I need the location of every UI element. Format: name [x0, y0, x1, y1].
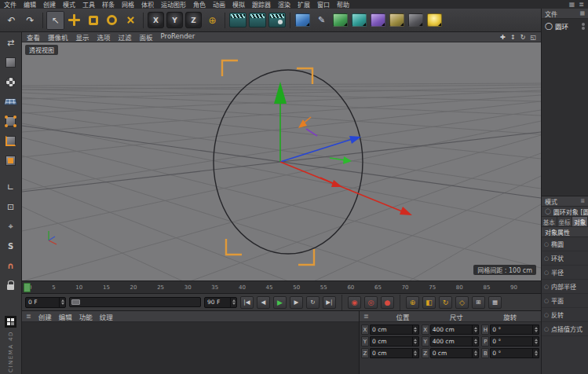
edges-mode-button[interactable]	[2, 132, 20, 149]
render-settings-button[interactable]	[268, 13, 286, 28]
points-mode-button[interactable]	[2, 112, 20, 130]
move-tool-button[interactable]	[65, 11, 83, 30]
toggle-icon[interactable]: ○	[544, 270, 549, 276]
frame-range-slider[interactable]	[69, 297, 201, 307]
viewport-canvas[interactable]: 透视视图 网格间距 : 100 cm	[22, 42, 541, 280]
render-view-button[interactable]	[229, 13, 247, 28]
tab-basic[interactable]: 基本	[542, 217, 557, 226]
magnet-button[interactable]: ∩	[2, 257, 20, 274]
object-manager-list[interactable]: ◯ 圆环	[542, 19, 588, 196]
coordinate-input[interactable]: 0 °	[490, 336, 539, 346]
toggle-icon[interactable]: ○	[544, 241, 549, 248]
axis-label[interactable]: Y	[361, 336, 369, 346]
go-to-start-button[interactable]: |◀	[240, 296, 254, 309]
toggle-view-icon[interactable]: ◱	[530, 34, 536, 41]
panel-menu-icon[interactable]: ≣	[363, 313, 369, 320]
spinner-icon[interactable]	[472, 349, 478, 358]
tab-coordinates[interactable]: 坐标	[557, 217, 573, 226]
light-button[interactable]	[427, 13, 442, 27]
tab-object[interactable]: 对象	[572, 217, 588, 226]
object-name[interactable]: 圆环	[555, 21, 568, 31]
menu-item[interactable]: 运动图形	[161, 0, 186, 9]
menu-item[interactable]: 窗口	[317, 0, 330, 9]
axis-label[interactable]: Z	[361, 348, 369, 358]
viewport-menu-item[interactable]: 过滤	[119, 32, 132, 42]
keyframe-selection-button[interactable]: ●	[381, 296, 394, 309]
spinner-icon[interactable]	[532, 337, 539, 346]
attribute-row[interactable]: ○ 平面	[542, 294, 588, 308]
attribute-row[interactable]: ○ 环状	[542, 251, 588, 266]
toggle-icon[interactable]: ○	[544, 312, 549, 318]
record-scale-button[interactable]: ◧	[422, 296, 436, 309]
attribute-options-icon[interactable]: ≣	[580, 198, 585, 204]
attribute-mode-menu[interactable]: 模式	[545, 197, 557, 206]
menu-item[interactable]: 模拟	[232, 0, 245, 9]
spinner-icon[interactable]	[532, 325, 539, 334]
menu-item[interactable]: 渲染	[278, 0, 290, 9]
play-button[interactable]: ▶	[273, 296, 287, 309]
viewport-menu-item[interactable]: ProRender	[161, 32, 195, 42]
spinner-icon[interactable]	[59, 298, 65, 307]
menu-item[interactable]: 工具	[82, 0, 95, 9]
menu-item[interactable]: 体积	[141, 0, 154, 9]
menu-item[interactable]: 样条	[102, 0, 115, 9]
generators-button[interactable]	[333, 13, 348, 27]
object-manager-file-menu[interactable]: 文件	[545, 9, 557, 18]
spinner-icon[interactable]	[412, 325, 418, 334]
attribute-row[interactable]: ○ 点插值方式	[542, 322, 588, 336]
current-frame-field[interactable]: 0 F	[25, 297, 66, 308]
record-keyframe-button[interactable]: ◉	[348, 296, 361, 309]
spinner-icon[interactable]	[472, 325, 478, 334]
menu-item[interactable]: 文件	[4, 0, 16, 9]
toggle-icon[interactable]: ○	[544, 255, 549, 262]
rotate-view-icon[interactable]: ↻	[520, 34, 526, 41]
live-selection-button[interactable]: ↖	[46, 11, 64, 30]
attribute-row[interactable]: ○ 内部半径	[542, 280, 588, 294]
menu-item[interactable]: 跟踪器	[252, 0, 271, 9]
coordinate-input[interactable]: 400 cm	[430, 324, 480, 335]
previous-frame-button[interactable]: ◀	[257, 296, 270, 309]
go-to-end-button[interactable]: ▶|	[323, 296, 336, 309]
axis-label[interactable]: B	[481, 348, 489, 358]
axis-label[interactable]: X	[422, 324, 429, 335]
view-label[interactable]: 透视视图	[25, 45, 58, 55]
model-mode-button[interactable]	[2, 53, 20, 71]
pan-view-icon[interactable]: ✚	[500, 34, 506, 41]
deformers-button[interactable]	[371, 13, 385, 27]
zoom-view-icon[interactable]: ↕	[510, 34, 516, 41]
environment-button[interactable]	[389, 13, 404, 27]
axis-label[interactable]: Y	[422, 336, 429, 346]
spinner-icon[interactable]	[230, 298, 236, 307]
playhead[interactable]	[24, 283, 31, 292]
coordinate-input[interactable]: 0 °	[490, 348, 539, 358]
last-tool-button[interactable]	[122, 11, 140, 30]
spinner-icon[interactable]	[532, 349, 539, 358]
menu-item[interactable]: 动画	[213, 0, 225, 9]
scale-tool-button[interactable]	[84, 11, 102, 30]
lock-workplane-button[interactable]	[2, 277, 20, 294]
toggle-icon[interactable]: ○	[544, 326, 549, 332]
viewport-solo-button[interactable]: ⊡	[2, 198, 20, 215]
texture-mode-button[interactable]	[2, 73, 20, 90]
plane-handle-green[interactable]	[330, 158, 345, 160]
material-menu-item[interactable]: 功能	[79, 312, 93, 321]
spinner-icon[interactable]	[412, 349, 418, 358]
material-menu-item[interactable]: 创建	[38, 312, 52, 321]
rotate-tool-button[interactable]	[103, 11, 121, 30]
layout-toggle-icon[interactable]: ▦	[569, 1, 575, 8]
record-rotation-button[interactable]: ↻	[439, 296, 452, 309]
autokey-button[interactable]: ◎	[364, 296, 378, 309]
loop-button[interactable]: ↻	[306, 296, 320, 309]
end-frame-field[interactable]: 90 F	[204, 297, 237, 308]
panel-menu-icon[interactable]: ≣	[26, 313, 31, 320]
enable-axis-button[interactable]: ∟	[2, 178, 20, 196]
toggle-icon[interactable]: ○	[544, 298, 549, 304]
coordinate-input[interactable]: 400 cm	[430, 336, 480, 346]
viewport-menu-item[interactable]: 选项	[97, 32, 111, 42]
spinner-icon[interactable]	[412, 337, 418, 346]
material-menu-item[interactable]: 编辑	[59, 312, 72, 321]
coordinate-input[interactable]: 0 cm	[370, 324, 419, 335]
attribute-row[interactable]: ○ 椭圆	[542, 237, 588, 251]
camera-button[interactable]	[408, 13, 423, 27]
undo-button[interactable]: ↶	[2, 11, 20, 30]
